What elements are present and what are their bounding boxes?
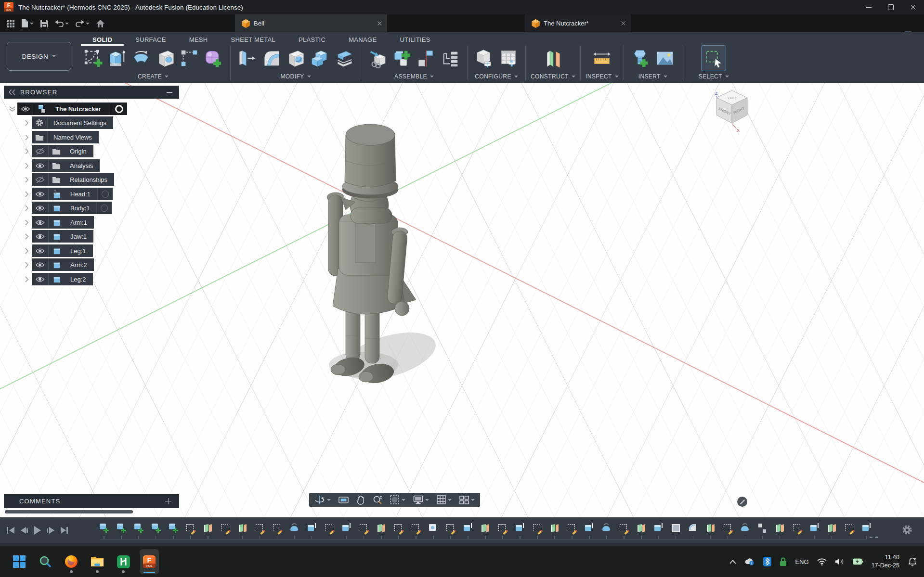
browser-row-origin[interactable]: Origin xyxy=(21,145,93,157)
visibility-eye-icon[interactable] xyxy=(32,273,49,285)
ribbon-tab-manage[interactable]: MANAGE xyxy=(337,36,388,46)
group-label-insert[interactable]: INSERT xyxy=(638,73,667,80)
shell-button[interactable] xyxy=(284,46,308,71)
restore-button[interactable] xyxy=(880,0,902,14)
plane-feature-icon[interactable] xyxy=(203,523,213,534)
minimize-panel-icon[interactable] xyxy=(167,92,172,93)
bom-button[interactable] xyxy=(438,46,462,71)
visibility-eye-icon[interactable] xyxy=(32,188,49,200)
extrude-feature-icon[interactable] xyxy=(515,523,525,534)
search-button[interactable] xyxy=(36,549,55,574)
configure-component-button[interactable] xyxy=(472,46,496,71)
expand-chevron-icon[interactable] xyxy=(21,177,32,183)
viewcube-top-face[interactable]: TOP xyxy=(728,96,737,100)
extrude-button[interactable] xyxy=(105,46,129,71)
extrude-feature-icon[interactable] xyxy=(342,523,351,534)
expand-chevron-icon[interactable] xyxy=(21,205,32,211)
group-label-select[interactable]: SELECT xyxy=(699,73,729,80)
undo-button[interactable] xyxy=(53,18,71,29)
plane-feature-icon[interactable] xyxy=(238,523,247,534)
browser-row-arm1[interactable]: Arm:1 xyxy=(21,216,94,229)
browser-row-root[interactable]: The Nutcracker xyxy=(7,103,127,115)
orbit-caret-icon[interactable] xyxy=(327,499,331,501)
file-menu-button[interactable] xyxy=(19,17,36,29)
timeline-scrollbar-thumb[interactable] xyxy=(5,510,133,513)
browser-row-leg2[interactable]: Leg:2 xyxy=(21,273,93,285)
visibility-eye-icon[interactable] xyxy=(32,244,49,257)
visibility-eye-icon[interactable] xyxy=(17,103,34,115)
step-forward-button[interactable] xyxy=(46,526,55,535)
group-label-modify[interactable]: MODIFY xyxy=(280,73,311,80)
notification-bell-zz-icon[interactable]: z xyxy=(908,557,917,566)
visibility-eye-icon[interactable] xyxy=(32,230,49,243)
ribbon-tab-surface[interactable]: SURFACE xyxy=(124,36,178,46)
component-feature-icon[interactable] xyxy=(169,523,178,534)
measure-button[interactable] xyxy=(590,46,614,71)
start-button[interactable] xyxy=(10,549,29,574)
browser-row-document-settings[interactable]: Document Settings xyxy=(21,116,113,129)
clock[interactable]: 11:40 17-Dec-25 xyxy=(872,553,899,570)
group-label-inspect[interactable]: INSPECT xyxy=(586,73,619,80)
battery-icon[interactable] xyxy=(853,558,863,565)
redo-button[interactable] xyxy=(74,18,91,29)
look-at-button[interactable] xyxy=(337,495,350,505)
fillet-feature-icon[interactable] xyxy=(689,523,698,534)
ribbon-tab-plastic[interactable]: PLASTIC xyxy=(287,36,337,46)
browser-panel-header[interactable]: BROWSER xyxy=(4,86,179,99)
group-label-configure[interactable]: CONFIGURE xyxy=(475,73,518,80)
view-cube[interactable]: Z TOP FRONT RIGHT X xyxy=(707,88,755,135)
expand-chevron-icon[interactable] xyxy=(21,276,32,282)
hermods-app[interactable] xyxy=(114,549,133,574)
component-feature-icon[interactable] xyxy=(117,523,126,534)
new-component-button[interactable] xyxy=(390,46,414,71)
visibility-eye-icon[interactable] xyxy=(32,202,49,214)
timeline-settings-gear-icon[interactable] xyxy=(901,524,913,538)
sketch-feature-icon[interactable] xyxy=(793,523,802,534)
file-explorer-app[interactable] xyxy=(88,549,107,574)
sketch-feature-icon[interactable] xyxy=(359,523,369,534)
extrude-feature-icon[interactable] xyxy=(654,523,664,534)
expand-chevron-icon[interactable] xyxy=(21,191,32,197)
configuration-table-button[interactable] xyxy=(496,46,521,71)
expand-chevron-icon[interactable] xyxy=(21,219,32,226)
sketch-feature-icon[interactable] xyxy=(186,523,195,534)
component-feature-icon[interactable] xyxy=(99,523,109,534)
comments-panel-header[interactable]: COMMENTS xyxy=(4,494,179,508)
document-tab-bell[interactable]: Bell xyxy=(235,14,387,32)
offset-face-button[interactable] xyxy=(332,46,356,71)
grid-settings-button[interactable] xyxy=(435,494,453,505)
plane-feature-icon[interactable] xyxy=(637,523,646,534)
insert-fastener-button[interactable] xyxy=(629,46,653,71)
step-back-button[interactable] xyxy=(20,526,29,535)
vpn-lock-icon[interactable] xyxy=(780,557,787,566)
group-label-create[interactable]: CREATE xyxy=(138,73,169,80)
display-caret-icon[interactable] xyxy=(425,499,429,501)
plane-feature-icon[interactable] xyxy=(481,523,490,534)
expand-chevron-icon[interactable] xyxy=(21,148,32,154)
volume-icon[interactable] xyxy=(835,558,845,565)
collapse-chevron-icon[interactable] xyxy=(7,106,17,112)
plane-feature-icon[interactable] xyxy=(775,523,785,534)
group-label-assemble[interactable]: ASSEMBLE xyxy=(394,73,434,80)
bluetooth-icon[interactable] xyxy=(763,557,771,566)
rectangular-pattern-button[interactable] xyxy=(177,46,201,71)
save-button[interactable] xyxy=(39,18,50,29)
group-label-construct[interactable]: CONSTRUCT xyxy=(531,73,575,80)
zoom-button[interactable] xyxy=(371,494,384,506)
activate-component-radio[interactable] xyxy=(111,103,127,115)
language-indicator[interactable]: ENG xyxy=(795,558,808,565)
expand-chevron-icon[interactable] xyxy=(21,248,32,254)
skip-to-end-button[interactable] xyxy=(60,526,69,535)
plane-feature-icon[interactable] xyxy=(550,523,560,534)
firefox-app[interactable] xyxy=(62,549,81,574)
revolve-feature-icon[interactable] xyxy=(290,523,299,534)
plane-feature-icon[interactable] xyxy=(827,523,837,534)
sketch-feature-icon[interactable] xyxy=(221,523,230,534)
expand-chevron-icon[interactable] xyxy=(21,262,32,268)
plane-feature-icon[interactable] xyxy=(377,523,386,534)
expand-chevron-icon[interactable] xyxy=(21,163,32,169)
insert-canvas-button[interactable] xyxy=(653,46,677,71)
visibility-eye-off-icon[interactable] xyxy=(32,145,49,157)
construct-plane-button[interactable] xyxy=(541,46,565,71)
extrude-feature-icon[interactable] xyxy=(862,523,872,534)
